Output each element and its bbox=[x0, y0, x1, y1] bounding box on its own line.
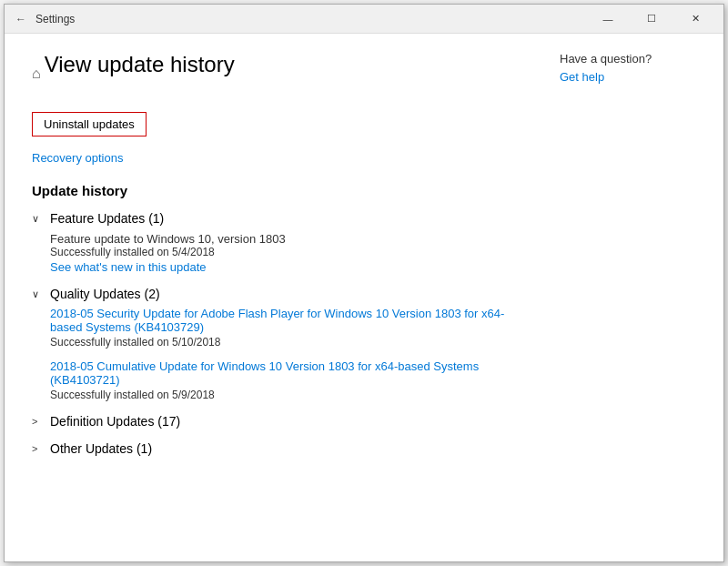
uninstall-updates-button[interactable]: Uninstall updates bbox=[32, 112, 147, 136]
feature-chevron-icon: ∨ bbox=[32, 213, 45, 225]
quality-update-2-link[interactable]: 2018-05 Cumulative Update for Windows 10… bbox=[50, 359, 514, 387]
minimize-button[interactable]: — bbox=[587, 5, 629, 34]
close-button[interactable]: ✕ bbox=[674, 5, 716, 34]
quality-chevron-icon: ∨ bbox=[32, 288, 45, 300]
update-name: Feature update to Windows 10, version 18… bbox=[50, 232, 286, 246]
quality-update-2-status: Successfully installed on 5/9/2018 bbox=[50, 389, 514, 401]
quality-updates-header[interactable]: ∨ Quality Updates (2) bbox=[32, 287, 514, 301]
quality-updates-items: 2018-05 Security Update for Adobe Flash … bbox=[32, 307, 514, 401]
feature-updates-title: Feature Updates (1) bbox=[50, 211, 164, 226]
feature-updates-group: ∨ Feature Updates (1) Feature update to … bbox=[32, 211, 514, 274]
other-chevron-icon: > bbox=[32, 443, 45, 454]
feature-updates-header[interactable]: ∨ Feature Updates (1) bbox=[32, 211, 514, 226]
other-updates-title: Other Updates (1) bbox=[50, 441, 152, 456]
maximize-button[interactable]: ☐ bbox=[631, 5, 672, 34]
window-controls: — ☐ ✕ bbox=[587, 5, 716, 34]
definition-updates-title: Definition Updates (17) bbox=[50, 414, 180, 429]
recovery-options-link[interactable]: Recovery options bbox=[32, 151, 514, 165]
settings-window: ← Settings — ☐ ✕ ⌂ View update history U… bbox=[4, 4, 724, 562]
content-area: ⌂ View update history Uninstall updates … bbox=[5, 34, 723, 561]
update-status: Successfully installed on 5/4/2018 bbox=[50, 246, 514, 258]
definition-updates-header[interactable]: > Definition Updates (17) bbox=[32, 414, 514, 429]
definition-updates-group: > Definition Updates (17) bbox=[32, 414, 514, 429]
list-item: Feature update to Windows 10, version 18… bbox=[50, 231, 514, 274]
quality-updates-title: Quality Updates (2) bbox=[50, 287, 160, 301]
get-help-link[interactable]: Get help bbox=[560, 70, 604, 84]
have-question-text: Have a question? bbox=[560, 52, 705, 66]
window-title: Settings bbox=[35, 13, 587, 25]
back-button[interactable]: ← bbox=[12, 10, 30, 28]
quality-update-1-link[interactable]: 2018-05 Security Update for Adobe Flash … bbox=[50, 307, 514, 334]
main-panel: ⌂ View update history Uninstall updates … bbox=[5, 34, 541, 561]
list-item: 2018-05 Cumulative Update for Windows 10… bbox=[50, 359, 514, 401]
other-updates-header[interactable]: > Other Updates (1) bbox=[32, 441, 514, 456]
home-icon[interactable]: ⌂ bbox=[32, 66, 41, 82]
quality-update-1-status: Successfully installed on 5/10/2018 bbox=[50, 336, 514, 349]
quality-updates-group: ∨ Quality Updates (2) 2018-05 Security U… bbox=[32, 287, 514, 401]
other-updates-group: > Other Updates (1) bbox=[32, 441, 514, 456]
see-whats-new-link[interactable]: See what's new in this update bbox=[50, 260, 514, 274]
feature-updates-items: Feature update to Windows 10, version 18… bbox=[32, 231, 514, 274]
update-history-heading: Update history bbox=[32, 183, 514, 198]
page-title: View update history bbox=[45, 52, 235, 77]
definition-chevron-icon: > bbox=[32, 416, 45, 427]
right-panel: Have a question? Get help bbox=[541, 34, 723, 561]
list-item: 2018-05 Security Update for Adobe Flash … bbox=[50, 307, 514, 349]
titlebar: ← Settings — ☐ ✕ bbox=[5, 5, 723, 34]
